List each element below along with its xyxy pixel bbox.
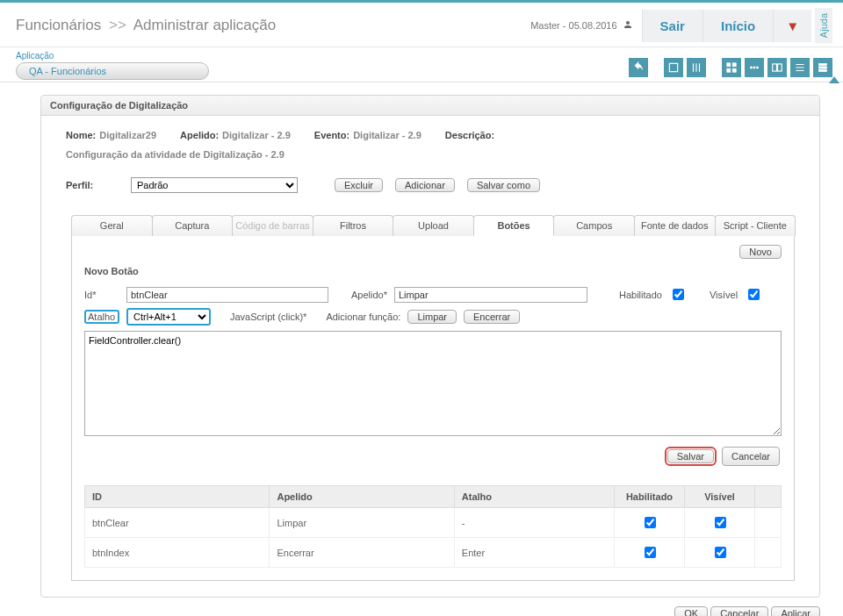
svg-point-5 <box>750 67 752 68</box>
footer-cancel-button[interactable]: Cancelar <box>710 606 768 616</box>
col-atalho: Atalho <box>454 486 614 508</box>
svg-point-6 <box>753 67 755 68</box>
dropdown-caret[interactable]: ▼ <box>773 10 811 42</box>
app-label: Aplicação <box>16 49 209 62</box>
tool-icon-5[interactable] <box>767 58 787 77</box>
svg-rect-8 <box>773 64 777 71</box>
breadcrumb-sep: >> <box>109 17 126 33</box>
section-title: Novo Botão <box>84 262 782 283</box>
row-vis-checkbox[interactable] <box>715 517 726 528</box>
exit-button[interactable]: Sair <box>642 10 702 42</box>
top-bar: Funcionários >> Administrar aplicação Ma… <box>0 0 843 47</box>
atalho-select[interactable]: Ctrl+Alt+1 <box>126 308 211 326</box>
svg-rect-12 <box>818 69 826 71</box>
habilitado-checkbox[interactable] <box>673 289 684 300</box>
breadcrumb: Funcionários >> Administrar aplicação <box>16 17 530 34</box>
tab-filtros[interactable]: Filtros <box>313 215 394 236</box>
config-panel: Configuração de Digitalização Nome:Digit… <box>40 95 820 598</box>
func-limpar-button[interactable]: Limpar <box>407 310 457 324</box>
user-label: Master - 05.08.2016 <box>530 20 616 31</box>
collapse-toggle[interactable] <box>829 76 839 83</box>
tab-upload[interactable]: Upload <box>393 215 474 236</box>
new-button[interactable]: Novo <box>739 245 782 259</box>
tool-icon-6[interactable] <box>790 58 810 77</box>
home-button[interactable]: Início <box>702 10 773 42</box>
apelido-input[interactable] <box>394 287 587 303</box>
svg-point-7 <box>756 67 758 68</box>
info-row: Nome:Digitalizar29 Apelido:Digitalizar -… <box>66 128 795 149</box>
code-textarea[interactable]: FieldController.clear() <box>84 331 782 436</box>
breadcrumb-current: Administrar aplicação <box>133 17 277 33</box>
col-actions <box>755 486 782 508</box>
breadcrumb-root[interactable]: Funcionários <box>16 17 101 33</box>
save-button[interactable]: Salvar <box>667 449 714 463</box>
saveas-button[interactable]: Salvar como <box>467 178 540 192</box>
tool-icon-2[interactable] <box>687 58 706 77</box>
tool-icons <box>629 49 832 77</box>
svg-rect-9 <box>778 64 782 71</box>
addfunc-label: Adicionar função: <box>326 312 400 322</box>
tool-icon-1[interactable] <box>664 58 683 77</box>
func-encerrar-button[interactable]: Encerrar <box>464 310 520 324</box>
row-vis-checkbox[interactable] <box>715 547 726 558</box>
col-apelido: Apelido <box>270 486 454 508</box>
add-button[interactable]: Adicionar <box>395 178 455 192</box>
row-hab-checkbox[interactable] <box>645 517 656 528</box>
user-block: Master - 05.08.2016 <box>530 19 641 32</box>
col-id: ID <box>85 486 270 508</box>
visivel-checkbox[interactable] <box>748 289 760 300</box>
toolbar: Aplicação QA - Funcionários <box>0 47 843 82</box>
user-icon[interactable] <box>623 19 633 32</box>
visivel-label: Visível <box>710 290 738 300</box>
cancel-button[interactable]: Cancelar <box>722 447 780 466</box>
tab-script[interactable]: Script - Cliente <box>715 215 796 236</box>
help-tab[interactable]: Ajuda <box>815 8 832 43</box>
svg-rect-3 <box>727 68 731 72</box>
tab-geral[interactable]: Geral <box>71 215 153 236</box>
tab-campos[interactable]: Campos <box>553 215 635 236</box>
col-habilitado: Habilitado <box>615 486 685 508</box>
app-tag[interactable]: QA - Funcionários <box>16 62 209 80</box>
tab-content-botoes: Novo Novo Botão Id* Apelido* Habilitado … <box>71 236 795 581</box>
svg-rect-4 <box>732 68 736 72</box>
id-input[interactable] <box>126 287 328 303</box>
habilitado-label: Habilitado <box>619 290 662 300</box>
panel-title: Configuração de Digitalização <box>41 96 819 116</box>
svg-rect-10 <box>818 63 826 65</box>
id-label: Id* <box>84 290 119 300</box>
undo-icon[interactable] <box>629 58 648 77</box>
perfil-select[interactable]: Padrão <box>131 177 298 193</box>
tabstrip: Geral Captura Código de barras Filtros U… <box>71 214 795 236</box>
apply-button[interactable]: Aplicar <box>771 606 820 616</box>
svg-rect-11 <box>818 67 826 68</box>
tool-icon-3[interactable] <box>722 58 741 77</box>
js-label: JavaScript (click)* <box>230 312 306 322</box>
tab-fonte[interactable]: Fonte de dados <box>634 215 716 236</box>
col-visivel: Visível <box>685 486 755 508</box>
tab-botoes[interactable]: Botões <box>473 215 555 236</box>
apelido-label: Apelido* <box>351 290 387 300</box>
config-subtitle: Configuração da atividade de Digitalizaç… <box>66 149 795 172</box>
tool-icon-4[interactable] <box>745 58 764 77</box>
svg-rect-2 <box>732 63 736 67</box>
tab-captura[interactable]: Captura <box>152 215 234 236</box>
buttons-table: ID Apelido Atalho Habilitado Visível btn… <box>84 485 782 568</box>
svg-rect-0 <box>669 63 677 71</box>
row-hab-checkbox[interactable] <box>645 547 656 558</box>
atalho-label: Atalho <box>84 310 119 324</box>
svg-rect-1 <box>727 63 731 67</box>
table-row[interactable]: btnIndex Encerrar Enter <box>85 538 782 568</box>
table-row[interactable]: btnClear Limpar - <box>85 508 782 538</box>
delete-button[interactable]: Excluir <box>335 178 383 192</box>
tab-codigo[interactable]: Código de barras <box>232 215 313 236</box>
tool-icon-7[interactable] <box>813 58 832 77</box>
ok-button[interactable]: OK <box>674 606 708 616</box>
footer-buttons: OK Cancelar Aplicar <box>0 598 843 616</box>
perfil-label: Perfil: <box>66 180 119 190</box>
